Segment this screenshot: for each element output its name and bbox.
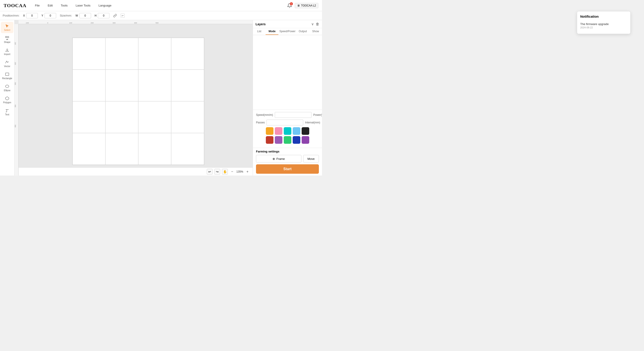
farming-section: Farming settings ⊕ Frame Move Start (253, 148, 322, 175)
text-label: Text (5, 113, 9, 116)
polygon-icon (5, 96, 10, 101)
layer-expand-icon[interactable]: ∨ (311, 22, 314, 26)
tool-polygon[interactable]: Polygon (1, 94, 14, 105)
tool-import[interactable]: Import (1, 46, 14, 57)
power-label: Power(%) (313, 113, 322, 116)
color-swatch-lightblue[interactable] (293, 127, 300, 135)
shape-icon (5, 36, 10, 40)
menu-laser-tools[interactable]: Laser Tools (74, 3, 92, 8)
speed-label: Speed(mm/m) (256, 113, 273, 116)
h-group: H (95, 13, 110, 18)
tool-shape[interactable]: Shape (1, 34, 14, 45)
toolbar: Position/mm: X Y Size/mm: W H ⌐ (0, 11, 322, 20)
rectangle-icon (5, 72, 10, 76)
pan-tool-button[interactable]: ✋ (222, 169, 228, 175)
h-input[interactable] (98, 13, 110, 18)
grid-cell (171, 38, 204, 69)
shape-label: Shape (4, 41, 10, 43)
interval-label: Interval(mm) (305, 121, 320, 124)
menu-edit[interactable]: Edit (46, 3, 54, 8)
grid-cell (106, 38, 138, 69)
grid-cell (72, 38, 106, 69)
move-button[interactable]: Move (303, 155, 319, 163)
grid-cell (72, 101, 106, 133)
select-icon (5, 24, 10, 28)
color-row-2 (256, 136, 319, 144)
select-label: Select (4, 29, 10, 31)
layers-title: Layers (256, 22, 310, 26)
position-label: Position/mm: (3, 14, 20, 17)
layer-delete-icon[interactable]: 🗑 (316, 22, 319, 26)
tab-speed-power[interactable]: Speed/Power (278, 28, 296, 35)
menu-language[interactable]: Language (97, 3, 113, 8)
ruler-mark-v: 200 (14, 62, 16, 65)
text-icon (5, 108, 10, 113)
canvas-area[interactable]: -100 0 100 200 300 400 500 100 200 300 4… (14, 20, 253, 175)
grid-cell (106, 101, 138, 133)
passes-label: Passes (256, 121, 265, 124)
speed-input[interactable] (275, 112, 312, 118)
tab-list[interactable]: List (253, 28, 266, 35)
y-label: Y (42, 14, 43, 17)
color-swatch-purple[interactable] (275, 136, 282, 144)
ruler-horizontal: -100 0 100 200 300 400 500 (18, 20, 253, 24)
w-input[interactable] (80, 13, 91, 18)
grid-canvas (72, 37, 204, 165)
notification-bell[interactable]: 1 (287, 3, 292, 8)
color-swatch-red[interactable] (266, 136, 274, 144)
frame-button[interactable]: ⊕ Frame (256, 155, 302, 163)
vector-label: Vector (4, 65, 10, 67)
w-label: W (76, 14, 78, 17)
color-swatch-darkblue[interactable] (293, 136, 300, 144)
settings-area: Speed(mm/m) Power(%) Passes Interval(mm) (253, 110, 322, 148)
main-layout: Select Shape Import (0, 20, 322, 175)
passes-input[interactable] (266, 120, 303, 125)
logo: TOOCAA (4, 3, 26, 8)
menu-tools[interactable]: Tools (60, 3, 69, 8)
color-swatch-black[interactable] (302, 127, 309, 135)
y-input[interactable] (44, 13, 56, 18)
color-swatch-orange[interactable] (266, 127, 274, 135)
grid-cell (106, 133, 138, 165)
ruler-mark: 200 (91, 22, 94, 24)
tab-output[interactable]: Output (296, 28, 309, 35)
tab-mode[interactable]: Mode (266, 28, 278, 35)
start-button[interactable]: Start (256, 164, 319, 174)
menu-file[interactable]: File (34, 3, 41, 8)
farming-controls: ⊕ Frame Move (256, 155, 319, 163)
w-group: W (76, 13, 91, 18)
link-proportions-icon[interactable] (113, 14, 117, 18)
color-row-1 (256, 127, 319, 135)
frame-crosshair-icon: ⊕ (272, 157, 275, 161)
zoom-out-button[interactable]: − (230, 169, 234, 174)
color-swatch-violet[interactable] (302, 136, 309, 144)
corner-reference-icon[interactable]: ⌐ (120, 14, 125, 18)
ruler-mark: 300 (112, 22, 116, 24)
zoom-in-button[interactable]: + (245, 169, 250, 174)
grid-cell (138, 38, 171, 69)
tool-ellipse[interactable]: Ellipse (1, 82, 14, 93)
h-label: H (95, 14, 97, 17)
canvas-content[interactable] (18, 24, 253, 167)
size-label: Size/mm: (60, 14, 72, 17)
svg-rect-3 (6, 73, 9, 75)
tool-select[interactable]: Select (1, 22, 14, 33)
undo-button[interactable]: ↩ (207, 169, 212, 175)
color-swatch-pink[interactable] (275, 127, 282, 135)
grid-cell (72, 69, 106, 101)
color-swatch-cyan[interactable] (284, 127, 291, 135)
right-panel: Layers ∨ 🗑 List Mode Speed/Power Output … (253, 20, 322, 175)
tool-vector[interactable]: Vector (1, 58, 14, 69)
x-input[interactable] (26, 13, 38, 18)
left-sidebar: Select Shape Import (0, 20, 14, 175)
redo-button[interactable]: ↪ (214, 169, 220, 175)
vector-icon (5, 60, 10, 64)
tool-text[interactable]: Text (1, 106, 14, 118)
color-swatch-green[interactable] (284, 136, 291, 144)
grid-cell (138, 69, 171, 101)
frame-label: Frame (276, 157, 285, 161)
tab-show[interactable]: Show (309, 28, 322, 35)
tool-rectangle[interactable]: Rectangle (1, 70, 14, 81)
grid-cell (171, 69, 204, 101)
svg-rect-0 (6, 36, 7, 38)
